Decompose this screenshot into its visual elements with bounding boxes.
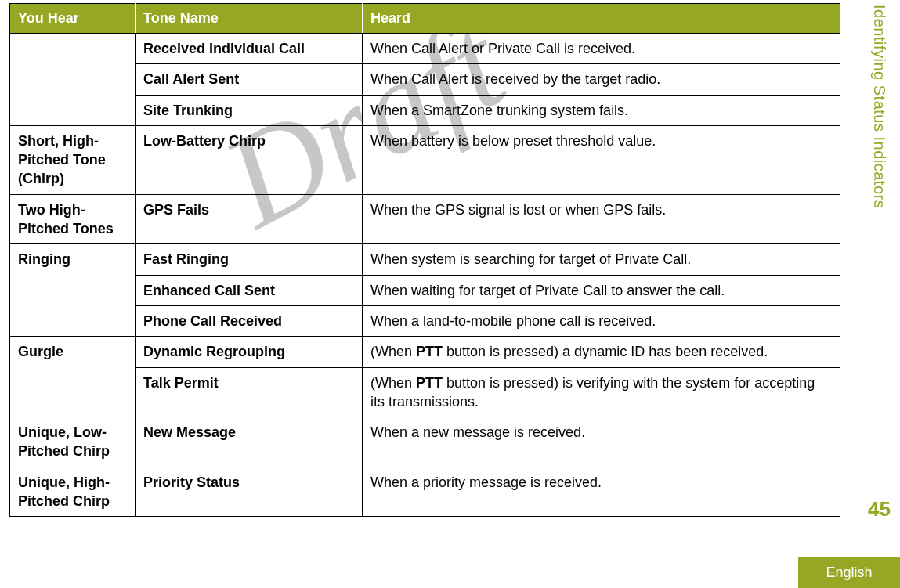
cell-heard: When Call Alert is received by the targe… xyxy=(363,64,840,95)
cell-heard: When battery is below preset threshold v… xyxy=(363,125,840,194)
cell-heard: When a land-to-mobile phone call is rece… xyxy=(363,305,840,336)
heard-prefix: (When xyxy=(370,344,416,359)
header-heard: Heard xyxy=(363,4,840,34)
cell-heard: (When PTT button is pressed) is verifyin… xyxy=(363,367,840,417)
page-number: 45 xyxy=(868,497,891,521)
cell-heard: When system is searching for target of P… xyxy=(363,244,840,275)
table-row: Unique, Low-Pitched Chirp New Message Wh… xyxy=(10,417,840,467)
tone-table: You Hear Tone Name Heard Received Indivi… xyxy=(9,3,840,517)
tone-table-container: You Hear Tone Name Heard Received Indivi… xyxy=(9,3,840,517)
heard-prefix: (When xyxy=(370,375,416,391)
cell-tone-name: Talk Permit xyxy=(136,367,363,417)
cell-you-hear: Unique, Low-Pitched Chirp xyxy=(10,417,136,467)
cell-heard: When waiting for target of Private Call … xyxy=(363,275,840,305)
document-page: Draft You Hear Tone Name Heard Received … xyxy=(0,0,900,588)
cell-heard: When a new message is received. xyxy=(363,417,840,467)
cell-you-hear: Two High-Pitched Tones xyxy=(10,194,136,244)
cell-you-hear: Unique, High-Pitched Chirp xyxy=(10,467,136,517)
cell-you-hear: Gurgle xyxy=(10,337,136,417)
cell-heard: When a priority message is received. xyxy=(363,467,840,517)
header-you-hear: You Hear xyxy=(10,4,136,34)
cell-tone-name: Fast Ringing xyxy=(136,244,363,275)
cell-tone-name: Site Trunking xyxy=(136,95,363,125)
cell-you-hear xyxy=(10,34,136,126)
heard-suffix: button is pressed) a dynamic ID has been… xyxy=(443,344,768,359)
cell-tone-name: GPS Fails xyxy=(136,194,363,244)
heard-bold: PTT xyxy=(416,344,443,359)
cell-tone-name: Dynamic Regrouping xyxy=(136,337,363,367)
side-chapter-label: Identifying Status Indicators xyxy=(870,5,888,208)
cell-heard: (When PTT button is pressed) a dynamic I… xyxy=(363,337,840,367)
cell-you-hear: Ringing xyxy=(10,244,136,337)
cell-tone-name: Enhanced Call Sent xyxy=(136,275,363,305)
table-row: Received Individual Call When Call Alert… xyxy=(10,34,840,64)
cell-tone-name: Received Individual Call xyxy=(136,34,363,64)
table-row: Two High-Pitched Tones GPS Fails When th… xyxy=(10,194,840,244)
table-header-row: You Hear Tone Name Heard xyxy=(10,4,840,34)
cell-heard: When the GPS signal is lost or when GPS … xyxy=(363,194,840,244)
cell-heard: When Call Alert or Private Call is recei… xyxy=(363,34,840,64)
cell-tone-name: Priority Status xyxy=(136,467,363,517)
table-row: Ringing Fast Ringing When system is sear… xyxy=(10,244,840,275)
cell-tone-name: Low-Battery Chirp xyxy=(136,125,363,194)
heard-bold: PTT xyxy=(416,375,443,391)
cell-heard: When a SmartZone trunking system fails. xyxy=(363,95,840,125)
table-row: Gurgle Dynamic Regrouping (When PTT butt… xyxy=(10,337,840,367)
table-row: Unique, High-Pitched Chirp Priority Stat… xyxy=(10,467,840,517)
cell-tone-name: Call Alert Sent xyxy=(136,64,363,95)
table-row: Short, High-Pitched Tone (Chirp) Low-Bat… xyxy=(10,125,840,194)
cell-you-hear: Short, High-Pitched Tone (Chirp) xyxy=(10,125,136,194)
cell-tone-name: New Message xyxy=(136,417,363,467)
header-tone-name: Tone Name xyxy=(136,4,363,34)
cell-tone-name: Phone Call Received xyxy=(136,305,363,336)
language-footer: English xyxy=(798,557,900,588)
